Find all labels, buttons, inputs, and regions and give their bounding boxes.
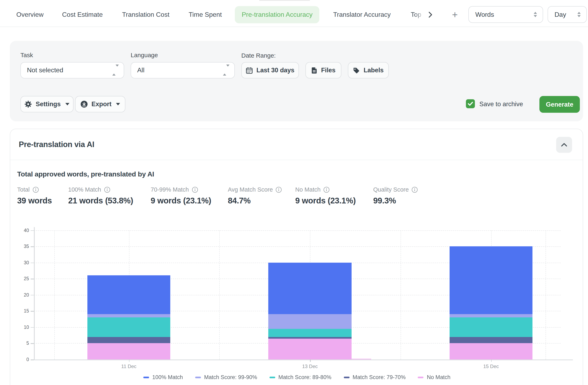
stat-label-text: Avg Match Score bbox=[228, 186, 273, 193]
y-axis-label: 5 bbox=[17, 341, 29, 346]
stat-label-text: 100% Match bbox=[68, 186, 101, 193]
info-icon[interactable] bbox=[192, 187, 198, 192]
legend-swatch bbox=[195, 376, 201, 378]
period-select[interactable]: Day bbox=[547, 6, 587, 23]
y-tick bbox=[31, 278, 34, 279]
sort-arrows-icon bbox=[572, 12, 581, 17]
bar-segment-15-dec-match-score-99-90- bbox=[450, 314, 533, 317]
date-range-button[interactable]: Last 30 days bbox=[241, 62, 299, 78]
y-tick bbox=[31, 360, 34, 360]
save-to-archive-checkbox[interactable] bbox=[466, 99, 475, 108]
checkmark-icon bbox=[467, 101, 473, 106]
download-icon bbox=[81, 101, 88, 108]
bar-segment-13-dec-match-score-99-90- bbox=[269, 314, 352, 329]
bar-segment-15-dec-match-score-79-70- bbox=[450, 337, 533, 343]
unit-select[interactable]: Words bbox=[468, 6, 543, 23]
task-select[interactable]: Not selected bbox=[21, 62, 124, 78]
stat-total: Total39 words bbox=[17, 186, 52, 205]
legend-item-100-match[interactable]: 100% Match bbox=[143, 374, 183, 380]
x-tick bbox=[129, 360, 129, 362]
export-button[interactable]: Export bbox=[75, 96, 125, 112]
add-report-tab-button[interactable]: + bbox=[449, 9, 461, 21]
collapse-card-button[interactable] bbox=[556, 137, 572, 153]
period-select-value: Day bbox=[554, 11, 566, 18]
bar-segment-11-dec-no-match bbox=[87, 343, 170, 360]
tab-time-spent[interactable]: Time Spent bbox=[189, 6, 222, 23]
bar-segment-13-dec-match-score-89-80- bbox=[269, 329, 352, 337]
info-icon[interactable] bbox=[412, 187, 418, 192]
divider bbox=[10, 160, 583, 160]
y-axis-label: 25 bbox=[17, 276, 29, 281]
labels-filter-label: Labels bbox=[364, 66, 384, 74]
x-axis-label: 15 Dec bbox=[475, 364, 507, 369]
tag-icon bbox=[353, 67, 360, 74]
tab-cost-estimate[interactable]: Cost Estimate bbox=[62, 6, 103, 23]
stat-label: No Match bbox=[295, 186, 356, 193]
info-icon[interactable] bbox=[32, 187, 39, 192]
chevron-up-icon bbox=[561, 143, 567, 147]
h-gridline-40 bbox=[34, 230, 560, 231]
y-axis-line bbox=[34, 227, 35, 360]
legend-item-no-match[interactable]: No Match bbox=[418, 374, 451, 380]
bar-segment-15-dec-match-score-89-80- bbox=[450, 317, 533, 337]
more-tabs-button[interactable] bbox=[425, 9, 436, 21]
app-viewport: OverviewCost EstimateTranslation CostTim… bbox=[0, 0, 588, 385]
stat-no-match: No Match9 words (23.1%) bbox=[295, 186, 356, 205]
x-tick bbox=[491, 360, 492, 362]
sort-arrows-icon bbox=[112, 66, 119, 74]
y-tick bbox=[31, 327, 34, 328]
sort-arrows-icon bbox=[223, 66, 230, 74]
legend-item-match-score-79-70-[interactable]: Match Score: 79-70% bbox=[344, 374, 406, 380]
v-gridline-6 bbox=[545, 230, 546, 360]
pre-translation-report-card: Pre-translation via AI Total approved wo… bbox=[10, 129, 583, 385]
bar-segment-11-dec-match-score-99-90- bbox=[87, 314, 170, 317]
tab-pre-translation-accuracy[interactable]: Pre-translation Accuracy bbox=[235, 6, 319, 23]
y-tick bbox=[31, 295, 34, 296]
bar-segment-11-dec-match-score-79-70- bbox=[87, 337, 170, 343]
info-icon[interactable] bbox=[323, 187, 330, 192]
bar-segment-13-dec-no-match bbox=[269, 339, 352, 360]
legend-swatch bbox=[418, 376, 424, 378]
task-label: Task bbox=[21, 51, 33, 58]
sort-arrows-icon bbox=[528, 12, 537, 17]
language-select[interactable]: All bbox=[131, 62, 235, 78]
unit-select-value: Words bbox=[475, 11, 494, 18]
tab-overview[interactable]: Overview bbox=[16, 6, 43, 23]
stat-quality-score: Quality Score99.3% bbox=[373, 186, 418, 205]
stat-value: 99.3% bbox=[373, 196, 418, 205]
stat-avg-match-score: Avg Match Score84.7% bbox=[228, 186, 282, 205]
y-tick bbox=[31, 343, 34, 344]
x-axis-label: 11 Dec bbox=[112, 364, 145, 369]
stacked-bar-chart: 051015202530354011 Dec13 Dec15 Dec 100% … bbox=[10, 223, 584, 385]
y-tick bbox=[31, 311, 34, 312]
labels-filter-button[interactable]: Labels bbox=[348, 62, 389, 78]
legend-swatch bbox=[143, 376, 149, 378]
caret-down-icon bbox=[65, 103, 69, 105]
tab-translation-cost[interactable]: Translation Cost bbox=[122, 6, 169, 23]
settings-button[interactable]: Settings bbox=[21, 96, 74, 112]
tab-translator-accuracy[interactable]: Translator Accuracy bbox=[333, 6, 391, 23]
generate-button[interactable]: Generate bbox=[539, 96, 580, 113]
stat-label-text: 70-99% Match bbox=[151, 186, 189, 193]
legend-item-match-score-99-90-[interactable]: Match Score: 99-90% bbox=[195, 374, 257, 380]
bar-segment-13-dec-100-match bbox=[269, 262, 352, 314]
date-range-value: Last 30 days bbox=[256, 66, 294, 74]
info-icon[interactable] bbox=[276, 187, 282, 192]
bar-segment-13-dec-match-score-79-70- bbox=[269, 337, 352, 339]
tab-top[interactable]: Top bbox=[411, 6, 425, 23]
stat-label: 70-99% Match bbox=[151, 186, 211, 193]
legend-item-match-score-89-80-[interactable]: Match Score: 89-80% bbox=[269, 374, 331, 380]
calendar-icon bbox=[246, 67, 253, 74]
info-icon[interactable] bbox=[104, 187, 110, 192]
files-filter-button[interactable]: Files bbox=[305, 62, 341, 78]
stat-value: 9 words (23.1%) bbox=[295, 196, 356, 205]
stat-label-text: No Match bbox=[295, 186, 320, 193]
file-icon bbox=[311, 67, 317, 74]
plus-icon: + bbox=[452, 10, 458, 20]
no-match-baseline-sliver bbox=[352, 359, 371, 360]
stat-100-match: 100% Match21 words (53.8%) bbox=[68, 186, 133, 205]
gear-icon bbox=[25, 101, 32, 108]
stat-label: Quality Score bbox=[373, 186, 418, 193]
legend-label: 100% Match bbox=[152, 374, 183, 380]
y-tick bbox=[31, 246, 34, 247]
